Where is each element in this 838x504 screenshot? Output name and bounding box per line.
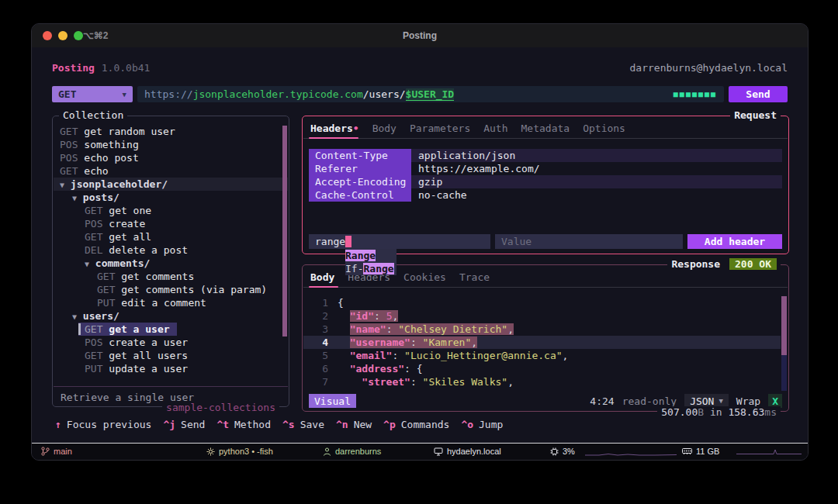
status-segment-text: main xyxy=(54,447,72,456)
tab-metadata[interactable]: Metadata xyxy=(521,123,570,134)
code-line[interactable]: 2 "id": 5, xyxy=(303,309,781,323)
code-content: { xyxy=(338,296,344,309)
tab-cookies[interactable]: Cookies xyxy=(403,271,446,283)
code-line[interactable]: 3 "name": "Chelsey Dietrich", xyxy=(303,323,781,336)
header-value-input[interactable]: Value xyxy=(495,234,683,249)
token-punc: : xyxy=(410,337,423,348)
keybinding-footer: ↑Focus previous^jSend^tMethod^sSave^nNew… xyxy=(55,419,503,430)
collection-item[interactable]: PUT edit a comment xyxy=(54,296,288,309)
collection-item[interactable]: GET get a user xyxy=(54,323,288,336)
header-name-input[interactable]: range xyxy=(309,234,490,249)
line-number: 5 xyxy=(303,349,338,362)
window-title: Posting xyxy=(32,30,808,41)
folder-label: jsonplaceholder/ xyxy=(64,178,168,190)
header-row[interactable]: Cache-Controlno-cache xyxy=(309,188,782,202)
add-header-button[interactable]: Add header xyxy=(687,234,782,249)
tab-body[interactable]: Body xyxy=(372,123,396,134)
token-str: "Lucio_Hettinger@annie.ca" xyxy=(404,350,563,361)
collection-item[interactable]: GET get all users xyxy=(54,349,288,362)
collection-item[interactable]: GET get comments xyxy=(54,270,288,283)
collection-item[interactable]: POS echo post xyxy=(54,151,288,164)
url-input[interactable]: https://jsonplaceholder.typicode.com/use… xyxy=(137,86,724,102)
selected-collection-item[interactable]: GET get a user xyxy=(78,323,177,336)
code-indent xyxy=(338,323,350,335)
collection-panel-title: Collection xyxy=(59,109,127,121)
method-select[interactable]: GET ▼ xyxy=(52,86,133,102)
collection-item[interactable]: POS something xyxy=(54,138,288,151)
request-method: GET xyxy=(60,165,84,177)
memory-sparkline xyxy=(736,446,802,457)
keybinding[interactable]: ↑Focus previous xyxy=(55,419,151,430)
collection-folder[interactable]: ▼ comments/ xyxy=(54,257,288,270)
send-button[interactable]: Send xyxy=(729,86,788,102)
collection-item[interactable]: GET echo xyxy=(54,164,288,178)
tab-body[interactable]: Body xyxy=(310,271,334,283)
collection-item[interactable]: GET get comments (via param) xyxy=(54,283,288,296)
collection-item[interactable]: GET get one xyxy=(54,204,288,217)
request-label: get all xyxy=(109,231,151,243)
cpu-icon xyxy=(550,447,559,456)
keybinding[interactable]: ^sSave xyxy=(282,419,324,430)
code-content: "username": "Kamren", xyxy=(338,336,477,349)
tab-headers[interactable]: Headers• xyxy=(310,123,359,134)
response-body-editor[interactable]: 1{2 "id": 5,3 "name": "Chelsey Dietrich"… xyxy=(303,296,781,388)
person-icon xyxy=(323,447,331,456)
tab-options[interactable]: Options xyxy=(583,123,625,134)
collection-footer-label: sample-collections xyxy=(162,402,279,413)
token-str: "Kamren" xyxy=(423,337,472,348)
keybinding[interactable]: ^jSend xyxy=(163,419,205,430)
header-name-cell: Accept-Encoding xyxy=(309,175,411,188)
tab-trace[interactable]: Trace xyxy=(459,271,490,283)
token-key: "street" xyxy=(362,376,410,388)
token-punc: , xyxy=(392,310,398,322)
new-header-row: range Value Add header xyxy=(309,234,782,249)
header-row[interactable]: Content-Typeapplication/json xyxy=(309,149,782,162)
keybinding[interactable]: ^tMethod xyxy=(216,419,271,430)
response-tabs-underline xyxy=(303,287,788,288)
code-line[interactable]: 4 "username": "Kamren", xyxy=(303,336,781,349)
collection-item[interactable]: DEL delete a post xyxy=(54,243,288,257)
keybinding[interactable]: ^pCommands xyxy=(383,419,449,430)
terminal-status-bar: mainpython3 • -fishdarrenburnshydaelyn.l… xyxy=(32,443,808,460)
header-row[interactable]: Accept-Encodinggzip xyxy=(309,175,782,188)
terminal-content: Posting 1.0.0b41 darrenburns@hydaelyn.lo… xyxy=(32,47,808,460)
collection-scrollbar[interactable] xyxy=(282,126,287,337)
header-row[interactable]: Refererhttps://example.com/ xyxy=(309,162,782,175)
keybinding-key: ^t xyxy=(216,419,229,430)
tab-auth[interactable]: Auth xyxy=(483,123,507,134)
response-scrollbar-track[interactable] xyxy=(781,296,787,391)
code-line[interactable]: 7 "street": "Skiles Walks", xyxy=(303,375,781,388)
token-punc: : xyxy=(392,350,404,361)
tab-parameters[interactable]: Parameters xyxy=(410,123,470,134)
size-time-join: in xyxy=(704,406,728,418)
code-line[interactable]: 1{ xyxy=(303,296,781,309)
autocomplete-option[interactable]: Range xyxy=(345,249,396,262)
line-number: 7 xyxy=(303,375,338,388)
keybinding-label: Commands xyxy=(401,419,450,430)
autocomplete-option[interactable]: If-Range xyxy=(345,262,396,275)
folder-label: users/ xyxy=(77,310,119,322)
keybinding-key: ^o xyxy=(461,419,473,430)
code-indent xyxy=(338,350,350,361)
code-line[interactable]: 6 "address": { xyxy=(303,362,781,375)
request-method: POS xyxy=(85,337,109,348)
keybinding[interactable]: ^nNew xyxy=(336,419,372,430)
token-key: "email" xyxy=(350,350,393,361)
request-method: PUT xyxy=(85,363,109,375)
status-segment-text: hydaelyn.local xyxy=(447,447,501,456)
collection-item[interactable]: PUT update a user xyxy=(54,362,288,375)
folder-label: comments/ xyxy=(89,257,150,269)
collection-item[interactable]: POS create a user xyxy=(54,336,288,349)
keybinding[interactable]: ^oJump xyxy=(461,419,503,430)
collection-item[interactable]: GET get random user xyxy=(54,125,288,138)
code-line[interactable]: 5 "email": "Lucio_Hettinger@annie.ca", xyxy=(303,349,781,362)
collection-folder[interactable]: ▼ jsonplaceholder/ xyxy=(54,178,288,191)
collection-folder[interactable]: ▼ users/ xyxy=(54,309,288,323)
line-number: 3 xyxy=(303,323,338,336)
collection-item[interactable]: POS create xyxy=(54,217,288,230)
cursor-position: 4:24 xyxy=(590,395,614,407)
request-label: something xyxy=(84,139,138,150)
response-scrollbar-thumb[interactable] xyxy=(781,296,787,355)
collection-item[interactable]: GET get all xyxy=(54,230,288,243)
collection-folder[interactable]: ▼ posts/ xyxy=(54,191,288,204)
